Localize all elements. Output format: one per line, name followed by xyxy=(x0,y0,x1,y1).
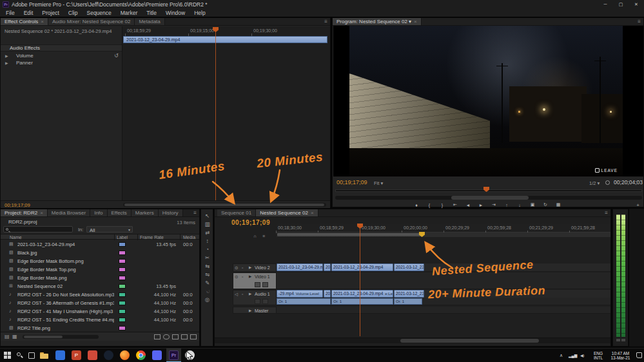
tab-audio-mixer[interactable]: Audio Mixer: Nested Sequence 02 xyxy=(48,18,135,25)
toggle-track-output-icon[interactable]: ⊙ xyxy=(235,265,238,271)
work-area-bar[interactable] xyxy=(277,233,424,237)
track-select-tool[interactable]: ▥ xyxy=(201,220,213,229)
tab-metadata[interactable]: Metadata xyxy=(135,18,164,25)
minimize-button[interactable]: ─ xyxy=(598,0,613,9)
timeline-scrollbar-thumb[interactable] xyxy=(400,339,539,343)
clip-volume-fx-label[interactable]: e:Level xyxy=(385,292,393,296)
fit-dropdown[interactable]: Fit ▾ xyxy=(374,180,383,186)
label-chip[interactable] xyxy=(119,318,126,322)
step-forward-button[interactable]: ⇥ xyxy=(490,202,498,207)
search-input[interactable] xyxy=(12,227,71,232)
master-track-header[interactable]: ▶ Master xyxy=(233,307,277,314)
filter-dropdown[interactable]: All ▾ xyxy=(86,226,133,233)
reset-effect-icon[interactable]: ↺ xyxy=(114,53,119,59)
track-lock-icon[interactable]: ▫ xyxy=(242,265,243,270)
audio-sub-clip[interactable]: Or. 1 xyxy=(277,298,331,305)
find-button[interactable] xyxy=(163,334,170,339)
timeline-audio-clip[interactable]: 2021-03-12_23-04-29.mp4e:Level xyxy=(331,290,393,298)
column-label[interactable]: Label xyxy=(117,235,128,240)
pen-tool[interactable]: ✎ xyxy=(201,279,213,287)
safe-margins-button[interactable]: ▦ xyxy=(554,202,563,207)
table-row[interactable]: ♪RDR2 OST - 26 Do Not Seek Absolution.mp… xyxy=(1,291,199,299)
ec-effect-panner[interactable]: Panner xyxy=(16,60,33,66)
work-area-track[interactable] xyxy=(277,233,610,237)
collapse-arrow-icon[interactable]: ▶ xyxy=(249,292,251,296)
audio1-track-header[interactable]: ◁ ▫ ▶ Audio 1 xyxy=(233,290,277,305)
clip-volume-fx-label[interactable]: Volume:Level xyxy=(296,292,319,296)
toggle-track-audio-icon[interactable]: ◁ xyxy=(235,292,238,297)
slide-tool[interactable]: ⇋ xyxy=(201,271,213,279)
table-row[interactable]: ▤2021-03-12_23-04-29.mp413.45 fps00:0 xyxy=(1,240,199,249)
panel-menu-icon[interactable]: ≡ xyxy=(193,210,197,216)
language-indicator[interactable]: ENGINTL xyxy=(590,351,606,360)
icon-view-button[interactable]: ▦ xyxy=(12,334,17,339)
timeline-playhead-line[interactable] xyxy=(360,228,360,336)
ec-clip-bar[interactable]: 2021-03-12_23-04-29.mp4 xyxy=(123,36,327,43)
project-scrollbar-thumb[interactable] xyxy=(24,336,63,338)
set-display-style-button[interactable] xyxy=(255,282,260,287)
menu-marker[interactable]: Marker xyxy=(116,10,142,16)
program-timecode[interactable]: 00;19;17;09 xyxy=(337,179,367,186)
column-name[interactable]: Name xyxy=(10,235,22,240)
project-search-box[interactable] xyxy=(3,226,73,233)
lift-button[interactable]: ↑ xyxy=(503,203,511,207)
audio-sub-clip[interactable]: Or. 1 xyxy=(394,298,422,305)
tab-close-icon[interactable]: × xyxy=(41,19,44,24)
tab-project[interactable]: Project: RDR2× xyxy=(1,209,48,216)
dropdown-icon[interactable]: ▾ xyxy=(409,19,411,24)
play-button[interactable]: ► xyxy=(477,203,485,207)
taskbar-clock[interactable]: 10:47 AM13-Mar-21 xyxy=(607,351,634,360)
new-item-button[interactable] xyxy=(181,334,188,339)
taskbar-search-icon[interactable] xyxy=(17,352,23,359)
tab-markers[interactable]: Markers xyxy=(132,209,159,216)
ec-effect-volume[interactable]: Volume xyxy=(16,53,34,59)
table-row[interactable]: ▨Edge Border Mask.png xyxy=(1,274,199,282)
tab-effects[interactable]: Effects xyxy=(108,209,132,216)
tab-close-icon[interactable]: × xyxy=(414,19,417,24)
extract-button[interactable]: ↓ xyxy=(516,203,524,207)
panel-menu-icon[interactable]: ≡ xyxy=(324,19,327,24)
settings-gear-icon[interactable] xyxy=(605,180,610,185)
video1-track-header[interactable]: ⊙ ▫ ▶ Video 1 xyxy=(233,272,277,289)
chrome-icon[interactable] xyxy=(136,350,146,360)
timeline-audio-clip[interactable]: -29.mp4Volume:Level xyxy=(277,290,323,298)
zoom-level-dropdown[interactable]: 1/2 ▾ xyxy=(589,180,600,186)
label-chip[interactable] xyxy=(119,309,126,314)
label-chip[interactable] xyxy=(119,251,126,255)
ripple-edit-tool[interactable]: ⇄ xyxy=(201,229,213,237)
network-icon[interactable]: ▂▄▆ xyxy=(569,353,577,357)
label-chip[interactable] xyxy=(119,301,126,305)
selection-tool[interactable]: ↖ xyxy=(201,212,213,220)
zoom-tool[interactable]: ◎ xyxy=(201,296,213,304)
rolling-edit-tool[interactable]: ↕ xyxy=(201,237,213,245)
table-row[interactable]: ♪RDR2 OST - 41 May I Unshaken (High).mp3… xyxy=(1,307,199,316)
menu-project[interactable]: Project xyxy=(37,10,63,16)
snap-icon[interactable]: ∩ xyxy=(253,234,257,238)
table-row[interactable]: ♪RDR2 OST - 36 Aftermath of Genesis #1.m… xyxy=(1,299,199,307)
taskbar-app-icon[interactable] xyxy=(88,350,97,360)
hand-tool[interactable]: ☜ xyxy=(201,287,213,296)
discord-icon[interactable] xyxy=(152,350,162,360)
volume-icon[interactable]: ◀) xyxy=(580,353,585,357)
step-back-button[interactable]: ◄ xyxy=(464,203,473,207)
export-frame-button[interactable]: ▣ xyxy=(529,202,537,207)
show-keyframes-button[interactable] xyxy=(262,299,268,304)
mark-in-button[interactable]: { xyxy=(425,203,434,207)
collapse-arrow-icon[interactable]: ▶ xyxy=(5,53,8,58)
loop-button[interactable]: ↻ xyxy=(542,202,550,207)
premiere-taskbar-button[interactable]: Pr xyxy=(166,348,181,362)
add-marker-button[interactable]: ♦ xyxy=(413,203,421,207)
toggle-track-output-icon[interactable]: ⊙ xyxy=(235,274,238,280)
ec-zoom-scrollbar-thumb[interactable] xyxy=(124,204,324,206)
collapse-arrow-icon[interactable]: ▶ xyxy=(249,274,251,278)
panel-menu-icon[interactable]: ≡ xyxy=(605,210,608,216)
menu-title[interactable]: Title xyxy=(142,10,161,16)
tab-close-icon[interactable]: × xyxy=(311,210,314,216)
collapse-arrow-icon[interactable]: ▶ xyxy=(249,265,251,269)
panel-menu-icon[interactable]: ≡ xyxy=(638,19,641,24)
label-chip[interactable] xyxy=(119,292,126,297)
add-button[interactable]: + xyxy=(636,202,639,208)
timeline-clip[interactable]: 2021-03-12_23-04-29.mp4 xyxy=(331,263,393,271)
mark-out-button[interactable]: } xyxy=(438,203,447,207)
menu-sequence[interactable]: Sequence xyxy=(82,10,115,16)
